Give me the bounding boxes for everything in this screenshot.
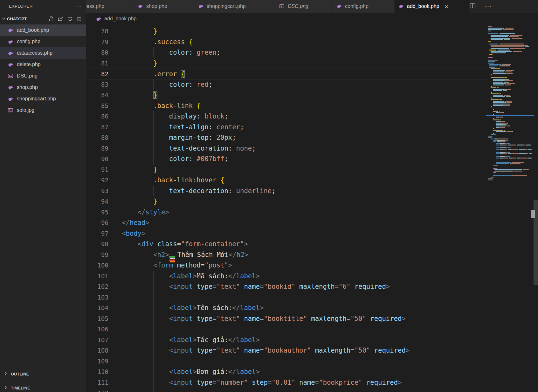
- token: [173, 261, 177, 269]
- editor-scrollbar[interactable]: [534, 25, 538, 392]
- minimap[interactable]: [487, 25, 533, 392]
- split-editor-icon[interactable]: [469, 3, 476, 10]
- code-text: margin-top: 20px;: [122, 132, 236, 143]
- close-tab-icon[interactable]: ×: [445, 3, 448, 10]
- code-line-100[interactable]: 100 <form method="post">: [86, 260, 487, 271]
- minimap-line: [507, 143, 510, 144]
- code-line-85[interactable]: 85 .back-link {: [86, 101, 487, 112]
- explorer-more-icon[interactable]: ⋯: [76, 3, 82, 9]
- minimap-line: [491, 45, 528, 46]
- collapse-folders-icon[interactable]: [76, 16, 82, 22]
- code-line-101[interactable]: 101 <label>Mã sách:</label>: [86, 271, 487, 282]
- code-line-111[interactable]: 111 <input type="number" step="0.01" nam…: [86, 377, 487, 388]
- code-line-91[interactable]: 91 }: [86, 165, 487, 175]
- code-line-109[interactable]: 109: [86, 356, 487, 367]
- code-line-97[interactable]: 97<body>: [86, 228, 487, 239]
- code-text: .success {: [122, 37, 193, 48]
- token: none: [236, 145, 252, 152]
- indent-guide: [138, 292, 138, 303]
- code-line-95[interactable]: 95 </style>: [86, 207, 487, 218]
- file-row-solo-jpg[interactable]: solo.jpg: [0, 105, 86, 116]
- code-line-110[interactable]: 110 <label>Đơn giá:</label>: [86, 367, 487, 377]
- code-line-99[interactable]: 99 <h2>Thêm Sách Mới</h2>: [86, 250, 487, 260]
- token: >: [256, 368, 260, 375]
- minimap-line: [493, 80, 505, 81]
- minimap-line: [488, 33, 498, 34]
- minimap-line: [492, 134, 495, 135]
- minimap-line: [519, 149, 524, 150]
- folder-section-header[interactable]: CHATGPT: [0, 14, 86, 24]
- token: >: [256, 272, 260, 280]
- token: [122, 272, 169, 280]
- token: [240, 347, 244, 354]
- minimap-line: [493, 165, 498, 166]
- token: >: [165, 208, 169, 216]
- code-line-96[interactable]: 96</head>: [86, 218, 487, 228]
- code-line-86[interactable]: 86 display: block;: [86, 111, 487, 122]
- token: [193, 102, 197, 110]
- file-row-DSC-png[interactable]: DSC.png: [0, 70, 86, 82]
- code-line-92[interactable]: 92 .back-link:hover {: [86, 175, 487, 186]
- panel-header-timeline[interactable]: TIMELINE: [0, 381, 86, 392]
- file-row-shop-php[interactable]: shop.php: [0, 82, 86, 93]
- code-line-78[interactable]: 78 }: [86, 26, 487, 37]
- minimap-line: [512, 175, 527, 176]
- minimap-line: [523, 145, 525, 145]
- file-row-dataaccess-php[interactable]: dataaccess.php: [0, 47, 86, 59]
- code-line-88[interactable]: 88 margin-top: 20px;: [86, 132, 487, 143]
- token: name: [244, 315, 260, 322]
- tab-cess-php[interactable]: cess.php: [86, 0, 134, 13]
- token: >: [193, 272, 197, 280]
- code-line-98[interactable]: 98 <div class="form-container">: [86, 239, 487, 250]
- new-file-icon[interactable]: [49, 16, 54, 22]
- code-line-93[interactable]: 93 text-decoration: underline;: [86, 186, 487, 197]
- file-row-add_book-php[interactable]: add_book.php: [0, 24, 86, 36]
- code-line-79[interactable]: 79 .success {: [86, 37, 487, 48]
- token: color: [169, 49, 189, 56]
- token: <: [138, 240, 141, 248]
- token: [122, 261, 153, 269]
- code-editor[interactable]: 78 }79 .success {80 color: green;81 }82 …: [86, 25, 538, 392]
- token: [240, 315, 244, 322]
- token: input: [173, 379, 193, 386]
- minimap-line: [526, 145, 531, 145]
- new-folder-icon[interactable]: [58, 16, 63, 22]
- token: underline: [236, 187, 272, 195]
- code-line-112[interactable]: 112: [86, 388, 487, 392]
- code-line-108[interactable]: 108 <input type="text" name="bookauthor"…: [86, 345, 487, 356]
- minimap-line: [499, 112, 500, 113]
- file-row-config-php[interactable]: config.php: [0, 36, 86, 47]
- code-line-105[interactable]: 105 <input type="text" name="booktitle" …: [86, 314, 487, 324]
- code-line-103[interactable]: 103: [86, 292, 487, 303]
- breadcrumb[interactable]: add_book.php: [86, 13, 538, 25]
- code-line-84[interactable]: 84 }: [86, 90, 487, 101]
- code-line-89[interactable]: 89 text-decoration: none;: [86, 143, 487, 154]
- file-row-shoppingcart-php[interactable]: shoppingcart.php: [0, 93, 86, 105]
- code-line-83[interactable]: 83 color: red;: [86, 79, 487, 90]
- code-line-82[interactable]: 82 .error {: [86, 69, 487, 79]
- code-line-104[interactable]: 104 <label>Tên sách:</label>: [86, 303, 487, 314]
- code-line-80[interactable]: 80 color: green;: [86, 47, 487, 58]
- panel-header-outline[interactable]: OUTLINE: [0, 367, 86, 381]
- code-line-87[interactable]: 87 text-align: center;: [86, 122, 487, 133]
- tab-shoppingcart-php[interactable]: shoppingcart.php: [194, 0, 275, 13]
- tab-shop-php[interactable]: shop.php: [134, 0, 194, 13]
- minimap-line: [491, 137, 492, 138]
- code-line-94[interactable]: 94 }: [86, 196, 487, 207]
- code-text: <label>Tên sách:</label>: [122, 303, 264, 314]
- minimap-line: [498, 68, 500, 69]
- tab-DSC-png[interactable]: DSC.png: [275, 0, 333, 13]
- minimap-line: [496, 124, 502, 125]
- tab-add_book-php[interactable]: add_book.php×: [395, 0, 469, 13]
- more-actions-icon[interactable]: ⋯: [485, 3, 492, 10]
- code-line-106[interactable]: 106: [86, 324, 487, 335]
- refresh-icon[interactable]: [67, 16, 72, 22]
- tab-config-php[interactable]: config.php: [333, 0, 395, 13]
- file-row-delete-php[interactable]: delete.php: [0, 59, 86, 70]
- code-line-107[interactable]: 107 <label>Tác giả:</label>: [86, 335, 487, 346]
- code-line-81[interactable]: 81 }: [86, 58, 487, 69]
- token: =: [177, 240, 181, 248]
- code-line-102[interactable]: 102 <input type="text" name="bookid" max…: [86, 281, 487, 292]
- minimap-line: [488, 41, 491, 42]
- code-line-90[interactable]: 90 color: #007bff;: [86, 154, 487, 165]
